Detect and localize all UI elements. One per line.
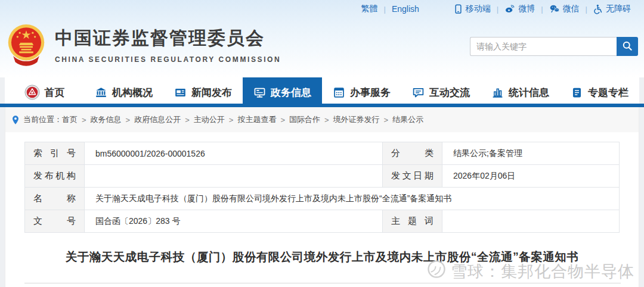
search-button[interactable] [617, 37, 638, 56]
breadcrumb-separator: > [126, 116, 131, 124]
mobile-phone-icon [454, 4, 463, 14]
category-label: 分 类 [383, 142, 442, 165]
nav-item-label: 新闻发布 [191, 86, 232, 99]
main-nav: 首页 机构概况 新闻发布 政务信息 办事服务 [5, 77, 639, 104]
publisher-label: 发布机构 [25, 165, 85, 188]
divider [24, 283, 621, 283]
weibo-link-label: 微博 [518, 4, 535, 14]
breadcrumb-government-info[interactable]: 政务信息 [91, 114, 122, 125]
breadcrumb-active-disclosure[interactable]: 主动公开 [194, 114, 225, 125]
nav-item-special-topics[interactable]: 专题专栏 [560, 77, 639, 107]
bank-icon [95, 86, 107, 99]
document-info-table: 索 引 号 bm56000001/2026-00001526 分 类 结果公示;… [24, 142, 620, 233]
topbar-divider: | [497, 5, 499, 14]
mobile-link[interactable]: 移动端 [454, 4, 491, 14]
nav-item-label: 机构概况 [112, 86, 153, 99]
breadcrumb-results[interactable]: 结果公示 [392, 114, 423, 125]
weibo-icon [504, 4, 515, 14]
nav-item-home[interactable]: 首页 [5, 77, 84, 107]
breadcrumb-prefix: 当前位置： [23, 114, 62, 125]
monitor-icon [253, 86, 266, 99]
nav-item-label: 专题专栏 [588, 86, 628, 99]
document-name-value: 关于瀚天天成电子科技（厦门）股份有限公司境外发行上市及境内未上市股份“全流通”备… [85, 188, 620, 210]
topbar-divider: | [586, 5, 587, 14]
breadcrumb-separator: > [82, 116, 86, 124]
accessibility-link-label: 无障碍 [606, 4, 631, 14]
content-area: 当前位置： 首页 > 政务信息 > 政府信息公开 > 主动公开 > 按主题查看 … [5, 107, 639, 287]
breadcrumb-separator: > [229, 116, 234, 124]
search-input[interactable] [470, 37, 617, 56]
nav-item-interaction[interactable]: 互动交流 [401, 77, 481, 107]
weibo-link[interactable]: 微博 [504, 4, 535, 14]
site-title-chinese: 中国证券监督管理委员会 [55, 26, 281, 51]
nav-item-statistics[interactable]: 统计信息 [481, 77, 560, 107]
topbar: 繁體 | English 移动端 | 微博 | [361, 0, 631, 18]
topbar-divider: | [384, 5, 386, 14]
lang-traditional-link[interactable]: 繁體 [361, 4, 378, 14]
bar-chart-icon [491, 86, 504, 99]
wechat-link[interactable]: 微信 [549, 4, 580, 14]
search-icon [621, 40, 633, 54]
document-number-value: 国合函〔2026〕283 号 [85, 210, 383, 233]
breadcrumb-separator: > [384, 116, 389, 124]
mobile-link-label: 移动端 [466, 4, 491, 14]
national-emblem [6, 21, 47, 70]
location-pin-icon [11, 115, 20, 125]
nav-item-services[interactable]: 办事服务 [322, 77, 401, 107]
site-header: 繁體 | English 移动端 | 微博 | [0, 0, 644, 77]
newspaper-icon [174, 86, 187, 99]
nav-item-label: 首页 [45, 86, 65, 99]
index-number-label: 索 引 号 [25, 142, 85, 165]
index-number-value: bm56000001/2026-00001526 [85, 142, 383, 165]
breadcrumb-separator: > [280, 116, 285, 124]
table-row: 索 引 号 bm56000001/2026-00001526 分 类 结果公示;… [25, 142, 620, 165]
nav-item-government-info[interactable]: 政务信息 [243, 77, 322, 107]
wechat-icon [549, 4, 560, 14]
nav-item-label: 统计信息 [509, 86, 549, 99]
breadcrumb-home[interactable]: 首页 [62, 114, 78, 125]
site-brand: 中国证券监督管理委员会 CHINA SECURITIES REGULATORY … [55, 26, 281, 64]
topic-document-icon [571, 86, 583, 99]
accessibility-link[interactable]: 无障碍 [593, 4, 631, 14]
breadcrumb-by-topic[interactable]: 按主题查看 [237, 114, 276, 125]
document-number-label: 文 号 [25, 210, 85, 233]
table-row: 发布机构 发文日期 2026年02月06日 [25, 165, 620, 188]
subject-words-label: 主 题 词 [383, 210, 442, 233]
wechat-link-label: 微信 [563, 4, 580, 14]
breadcrumb-separator: > [324, 116, 329, 124]
site-search [470, 37, 638, 56]
nav-item-label: 办事服务 [350, 86, 391, 99]
publisher-value [85, 165, 383, 188]
table-row: 文 号 国合函〔2026〕283 号 主 题 词 [25, 210, 620, 233]
accessibility-wheelchair-icon [593, 4, 603, 14]
nav-item-label: 互动交流 [429, 86, 470, 99]
service-document-icon [333, 86, 345, 99]
topbar-divider: | [541, 5, 543, 14]
nav-item-label: 政务信息 [271, 86, 311, 99]
category-value: 结果公示;备案管理 [442, 142, 620, 165]
breadcrumb-separator: > [185, 116, 190, 124]
table-row: 名 称 关于瀚天天成电子科技（厦门）股份有限公司境外发行上市及境内未上市股份“全… [25, 188, 620, 210]
breadcrumb: 当前位置： 首页 > 政务信息 > 政府信息公开 > 主动公开 > 按主题查看 … [5, 107, 639, 132]
nav-item-news[interactable]: 新闻发布 [163, 77, 243, 107]
subject-words-value [442, 210, 620, 233]
document-title: 关于瀚天天成电子科技（厦门）股份有限公司境外发行上市及境内未上市股份“全流通”备… [5, 249, 639, 265]
breadcrumb-info-disclosure[interactable]: 政府信息公开 [134, 114, 181, 125]
issue-date-value: 2026年02月06日 [442, 165, 620, 188]
nav-item-organization[interactable]: 机构概况 [84, 77, 163, 107]
breadcrumb-international[interactable]: 国际合作 [289, 114, 320, 125]
issue-date-label: 发文日期 [383, 165, 442, 188]
lang-english-link[interactable]: English [392, 4, 419, 14]
csrc-logo-icon [24, 85, 40, 100]
breadcrumb-overseas-issuance[interactable]: 境外证券发行 [333, 114, 380, 125]
document-name-label: 名 称 [25, 188, 85, 210]
chat-bubble-icon [412, 86, 425, 99]
site-title-english: CHINA SECURITIES REGULATORY COMMISSION [55, 55, 281, 64]
